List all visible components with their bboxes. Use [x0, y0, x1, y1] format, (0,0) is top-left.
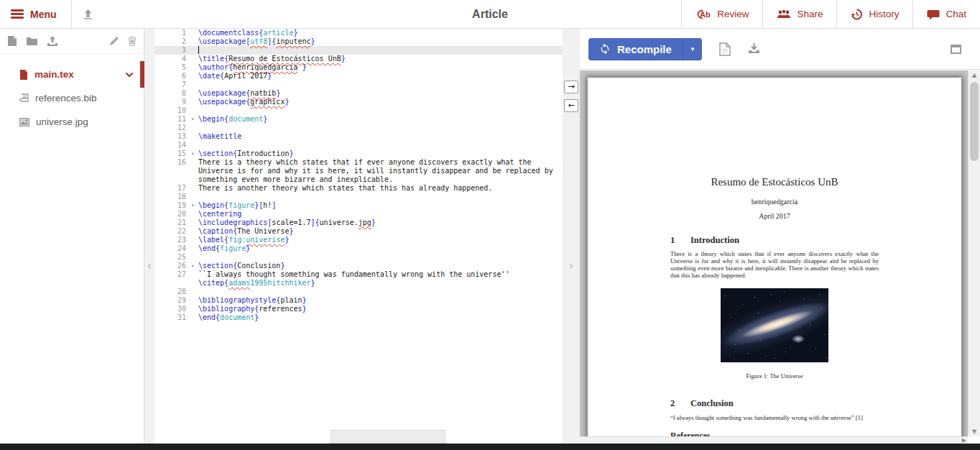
- pdf-horizontal-scrollbar[interactable]: ▶: [580, 436, 968, 444]
- history-label: History: [869, 9, 899, 19]
- filetree-editor-divider[interactable]: ‹: [144, 29, 154, 444]
- code-line[interactable]: 30\bibliography{references}: [154, 305, 563, 313]
- code-editor[interactable]: 1\documentclass{article}2\usepackage[utf…: [154, 29, 563, 444]
- code-line[interactable]: something even more bizarre and inexplic…: [154, 175, 563, 184]
- tex-file-icon: [19, 70, 28, 80]
- new-folder-icon[interactable]: [26, 36, 38, 46]
- fold-spacer: [188, 29, 197, 37]
- history-clock-icon: [851, 9, 863, 20]
- history-button[interactable]: History: [836, 0, 912, 28]
- caret-down-icon: ▼: [690, 46, 695, 52]
- collapse-left-pane-icon[interactable]: ‹: [144, 260, 154, 272]
- line-number: 5: [154, 63, 188, 72]
- code-line[interactable]: 19▾\begin{figure}[h!]: [154, 201, 563, 210]
- file-menu-chevron-icon[interactable]: [125, 72, 134, 78]
- code-line[interactable]: 29\bibliographystyle{plain}: [154, 296, 563, 305]
- pdf-vertical-scrollbar[interactable]: ▲ ▼: [968, 70, 980, 436]
- line-number: 22: [154, 227, 188, 236]
- recompile-options-button[interactable]: ▼: [683, 38, 702, 60]
- editor-horizontal-scrollbar[interactable]: [330, 430, 445, 444]
- svg-text:Ab: Ab: [700, 10, 711, 19]
- code-line[interactable]: 25: [154, 253, 563, 262]
- code-line[interactable]: 2\usepackage[utf8]{inputenc}: [154, 37, 563, 46]
- code-line[interactable]: 28: [154, 288, 563, 296]
- back-to-projects-button[interactable]: [72, 0, 104, 28]
- chat-button[interactable]: Chat: [912, 0, 980, 28]
- open-pdf-in-new-window-icon[interactable]: [951, 45, 961, 54]
- scroll-down-icon[interactable]: ▼: [969, 428, 980, 435]
- fold-arrow-icon[interactable]: ▾: [188, 262, 197, 270]
- pdf-vscroll-thumb[interactable]: [970, 82, 979, 161]
- editor-pdf-divider[interactable]: → ← ›: [563, 29, 580, 444]
- code-text: [197, 124, 563, 132]
- code-line[interactable]: Universe is for and why it is here, it w…: [154, 167, 563, 175]
- code-line[interactable]: 5\author{henriquedgarcia }: [154, 63, 563, 72]
- code-line[interactable]: 10: [154, 106, 563, 115]
- new-file-icon[interactable]: [7, 35, 17, 47]
- sync-to-pdf-button[interactable]: →: [564, 81, 578, 93]
- code-line[interactable]: 16There is a theory which states that if…: [154, 158, 563, 167]
- file-tree-panel: main.tex references.bib universe.jpg: [0, 29, 144, 444]
- review-button[interactable]: Ab Review: [681, 0, 762, 28]
- scroll-right-icon[interactable]: ▶: [962, 437, 966, 444]
- code-line[interactable]: 14: [154, 141, 563, 150]
- line-number: 24: [154, 244, 188, 253]
- sync-to-code-button[interactable]: ←: [564, 99, 578, 112]
- code-line[interactable]: 18: [154, 193, 563, 201]
- code-line[interactable]: 22\caption{The Universe}: [154, 227, 563, 236]
- fold-arrow-icon[interactable]: ▾: [188, 150, 197, 158]
- fold-arrow-icon[interactable]: ▾: [188, 115, 197, 124]
- code-line[interactable]: 23\label{fig:univerise}: [154, 236, 563, 244]
- code-line[interactable]: 4\title{Resumo de Estocásticos UnB}: [154, 55, 563, 63]
- pdf-viewer[interactable]: Resumo de Estocásticos UnB henriquedgarc…: [580, 70, 968, 436]
- code-line[interactable]: 24\end{figure}: [154, 244, 563, 253]
- code-text: There is a theory which states that if e…: [197, 158, 563, 167]
- doc-references-heading: References: [670, 431, 711, 436]
- file-item-universe-jpg[interactable]: universe.jpg: [0, 110, 144, 134]
- code-line[interactable]: 11▾\begin{document}: [154, 115, 563, 124]
- code-line[interactable]: \citep{adams1995hitchhiker}: [154, 279, 563, 288]
- file-item-references-bib[interactable]: references.bib: [0, 86, 144, 110]
- fold-spacer: [188, 219, 197, 227]
- code-line[interactable]: 6\date{April 2017}: [154, 72, 563, 81]
- code-line[interactable]: 9\usepackage{graphicx}: [154, 98, 563, 106]
- recompile-button[interactable]: Recompile: [588, 38, 683, 60]
- code-lines: 1\documentclass{article}2\usepackage[utf…: [154, 29, 563, 322]
- code-line[interactable]: 8\usepackage{natbib}: [154, 89, 563, 98]
- code-line[interactable]: 21\includegraphics[scale=1.7]{universe.j…: [154, 219, 563, 227]
- view-logs-icon[interactable]: [719, 42, 731, 56]
- fold-arrow-icon[interactable]: ▾: [188, 201, 197, 210]
- code-text: [197, 106, 563, 115]
- delete-trash-icon[interactable]: [128, 36, 137, 46]
- code-line[interactable]: 7: [154, 81, 563, 89]
- code-line[interactable]: 27``I always thought something was funda…: [154, 270, 563, 279]
- scroll-up-icon[interactable]: ▲: [969, 72, 980, 78]
- rename-pencil-icon[interactable]: [109, 36, 119, 46]
- code-line[interactable]: 13\maketitle: [154, 132, 563, 141]
- bib-file-icon: [19, 93, 29, 103]
- fold-spacer: [188, 279, 197, 288]
- code-line[interactable]: 20\centering: [154, 210, 563, 219]
- line-number: 18: [154, 193, 188, 201]
- code-line[interactable]: 31\end{document}: [154, 313, 563, 322]
- code-line[interactable]: 15▾\section{Introduction}: [154, 150, 563, 158]
- code-line[interactable]: 1\documentclass{article}: [154, 29, 563, 37]
- line-number: [154, 167, 188, 175]
- collapse-right-pane-icon[interactable]: ›: [563, 260, 580, 272]
- code-line[interactable]: 12: [154, 124, 563, 132]
- menu-button[interactable]: Menu: [0, 0, 72, 28]
- code-line[interactable]: 26▾\section{Conclusion}: [154, 262, 563, 270]
- doc-date: April 2017: [588, 212, 961, 220]
- line-number: [154, 279, 188, 288]
- code-line[interactable]: 17There is another theory which states t…: [154, 184, 563, 193]
- code-line[interactable]: 3: [154, 46, 563, 55]
- code-text: \centering: [197, 210, 563, 219]
- fold-spacer: [188, 253, 197, 262]
- code-text: \bibliography{references}: [197, 305, 563, 313]
- line-number: 23: [154, 236, 188, 244]
- file-item-main-tex[interactable]: main.tex: [0, 63, 144, 86]
- code-text: \usepackage{natbib}: [197, 89, 563, 98]
- share-button[interactable]: Share: [762, 0, 836, 28]
- upload-file-icon[interactable]: [47, 36, 58, 47]
- download-pdf-icon[interactable]: [748, 43, 760, 55]
